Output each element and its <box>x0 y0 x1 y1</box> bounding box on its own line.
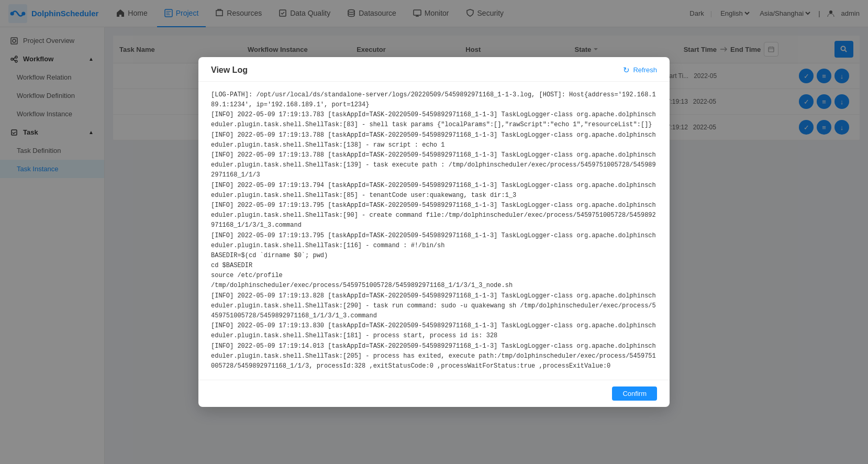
log-content: [LOG-PATH]: /opt/usr/local/ds/standalone… <box>198 82 670 380</box>
refresh-icon: ↻ <box>623 65 630 75</box>
modal-overlay: View Log ↻ Refresh [LOG-PATH]: /opt/usr/… <box>0 0 868 464</box>
modal-title: View Log <box>211 65 248 75</box>
modal-footer: Confirm <box>198 380 670 407</box>
view-log-modal: View Log ↻ Refresh [LOG-PATH]: /opt/usr/… <box>198 57 670 407</box>
confirm-button[interactable]: Confirm <box>612 386 657 401</box>
modal-header: View Log ↻ Refresh <box>198 57 670 82</box>
modal-refresh-button[interactable]: ↻ Refresh <box>623 65 657 75</box>
